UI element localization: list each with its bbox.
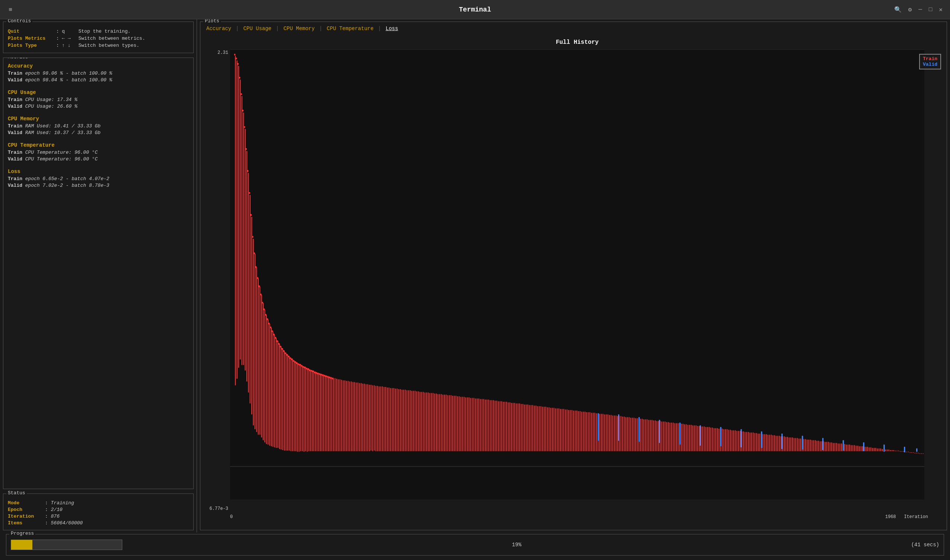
svg-rect-216 bbox=[483, 399, 484, 451]
metric-title-loss: Loss bbox=[8, 169, 189, 175]
svg-rect-132 bbox=[346, 381, 347, 451]
svg-rect-357 bbox=[714, 428, 714, 451]
window-icon[interactable]: ⊞ bbox=[8, 7, 13, 12]
legend-train: Train bbox=[923, 56, 938, 62]
tab-cpu-memory[interactable]: CPU Memory bbox=[282, 25, 316, 32]
tab-cpu-temperature[interactable]: CPU Temperature bbox=[325, 25, 375, 32]
svg-rect-430 bbox=[833, 443, 834, 451]
status-mode: Mode : Training bbox=[8, 500, 189, 506]
svg-rect-259 bbox=[554, 408, 554, 451]
svg-rect-11 bbox=[247, 170, 248, 172]
svg-rect-438 bbox=[846, 445, 847, 451]
svg-rect-94 bbox=[284, 351, 285, 451]
svg-rect-423 bbox=[821, 441, 822, 451]
svg-rect-199 bbox=[456, 396, 456, 451]
svg-rect-183 bbox=[429, 393, 430, 451]
svg-rect-297 bbox=[615, 415, 616, 451]
svg-rect-120 bbox=[326, 376, 327, 451]
plots-tabs: Accuracy | CPU Usage | CPU Memory | CPU … bbox=[200, 22, 947, 35]
x-max-value: 1968 bbox=[885, 514, 896, 520]
svg-rect-331 bbox=[671, 423, 672, 451]
svg-rect-260 bbox=[555, 408, 556, 451]
svg-rect-476 bbox=[908, 452, 909, 452]
svg-rect-435 bbox=[841, 443, 842, 451]
metric-group-cpu-temp: CPU Temperature Train CPU Temperature: 9… bbox=[8, 142, 189, 162]
svg-rect-66 bbox=[238, 66, 239, 368]
svg-rect-384 bbox=[758, 434, 759, 451]
svg-rect-170 bbox=[408, 390, 409, 451]
svg-rect-456 bbox=[875, 448, 876, 451]
title-bar-right: 🔍 ⚙ ─ □ ✕ bbox=[894, 6, 943, 13]
svg-rect-277 bbox=[583, 412, 583, 451]
svg-rect-184 bbox=[431, 393, 432, 451]
svg-rect-351 bbox=[704, 426, 705, 451]
svg-rect-493 bbox=[741, 429, 742, 448]
svg-rect-222 bbox=[493, 400, 494, 451]
svg-rect-89 bbox=[276, 338, 276, 448]
metric-accuracy-valid: Valid epoch 98.04 % - batch 100.00 % bbox=[8, 77, 189, 83]
tab-loss[interactable]: Loss bbox=[384, 25, 400, 32]
control-desc-type: Switch between types. bbox=[79, 43, 139, 48]
svg-rect-176 bbox=[418, 391, 418, 451]
svg-rect-482 bbox=[918, 453, 918, 453]
svg-rect-189 bbox=[440, 394, 440, 451]
svg-rect-343 bbox=[691, 425, 691, 451]
metric-cpu-temp-train: Train CPU Temperature: 96.00 °C bbox=[8, 150, 189, 155]
svg-rect-280 bbox=[588, 412, 589, 451]
svg-rect-218 bbox=[487, 400, 487, 451]
svg-rect-224 bbox=[496, 401, 497, 451]
svg-rect-444 bbox=[856, 446, 856, 451]
svg-rect-128 bbox=[339, 379, 340, 451]
svg-rect-437 bbox=[844, 444, 845, 451]
svg-rect-167 bbox=[403, 389, 404, 451]
svg-rect-138 bbox=[356, 383, 356, 451]
tab-cpu-usage[interactable]: CPU Usage bbox=[242, 25, 273, 32]
svg-rect-313 bbox=[642, 419, 643, 451]
svg-rect-130 bbox=[343, 380, 344, 451]
svg-rect-382 bbox=[754, 433, 755, 451]
svg-rect-201 bbox=[459, 396, 460, 451]
svg-rect-244 bbox=[529, 405, 530, 451]
svg-rect-312 bbox=[640, 419, 641, 451]
svg-rect-124 bbox=[333, 378, 334, 451]
svg-rect-156 bbox=[386, 387, 386, 451]
svg-rect-403 bbox=[789, 437, 790, 451]
close-icon[interactable]: ✕ bbox=[939, 6, 942, 13]
svg-rect-290 bbox=[605, 414, 605, 451]
svg-rect-452 bbox=[869, 448, 870, 451]
maximize-icon[interactable]: □ bbox=[929, 6, 933, 13]
svg-rect-490 bbox=[679, 423, 680, 445]
window-title: Terminal bbox=[459, 6, 491, 13]
minimize-icon[interactable]: ─ bbox=[918, 6, 922, 13]
svg-rect-410 bbox=[800, 438, 801, 451]
settings-icon[interactable]: ⚙ bbox=[908, 6, 912, 13]
svg-rect-463 bbox=[887, 449, 888, 451]
svg-rect-67 bbox=[240, 80, 241, 360]
svg-rect-6 bbox=[239, 77, 240, 78]
svg-rect-321 bbox=[655, 420, 655, 451]
svg-rect-134 bbox=[349, 382, 350, 451]
svg-rect-240 bbox=[523, 404, 523, 451]
svg-rect-158 bbox=[389, 387, 389, 451]
svg-rect-370 bbox=[735, 431, 736, 451]
y-axis-max: 2.31 bbox=[200, 50, 228, 55]
control-row-type: Plots Type : ↑ ↓ Switch between types. bbox=[8, 43, 189, 48]
svg-rect-317 bbox=[648, 420, 649, 451]
svg-rect-353 bbox=[707, 427, 708, 451]
svg-rect-81 bbox=[263, 303, 264, 440]
svg-rect-296 bbox=[614, 415, 615, 451]
svg-rect-248 bbox=[535, 406, 536, 451]
svg-rect-372 bbox=[738, 431, 739, 451]
svg-rect-121 bbox=[328, 377, 329, 451]
svg-rect-455 bbox=[874, 448, 874, 451]
svg-rect-197 bbox=[452, 396, 453, 451]
svg-rect-310 bbox=[637, 418, 637, 451]
svg-rect-206 bbox=[467, 397, 467, 451]
tab-accuracy[interactable]: Accuracy bbox=[205, 25, 233, 32]
svg-rect-295 bbox=[612, 415, 613, 451]
search-icon[interactable]: 🔍 bbox=[894, 6, 902, 13]
svg-rect-489 bbox=[659, 420, 660, 443]
svg-rect-223 bbox=[495, 401, 495, 451]
svg-rect-363 bbox=[723, 429, 724, 451]
control-key-metrics: Plots Metrics bbox=[8, 35, 56, 41]
